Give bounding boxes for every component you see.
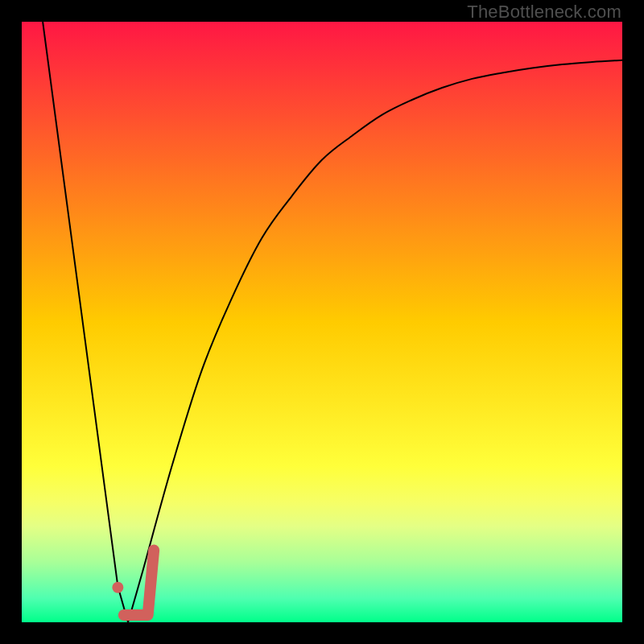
chart-svg (22, 22, 622, 622)
chart-background (22, 22, 622, 622)
chart-plot-area (22, 22, 622, 622)
series-marker-point (112, 582, 123, 593)
chart-outer: TheBottleneck.com (0, 0, 644, 644)
watermark-text: TheBottleneck.com (467, 2, 621, 23)
